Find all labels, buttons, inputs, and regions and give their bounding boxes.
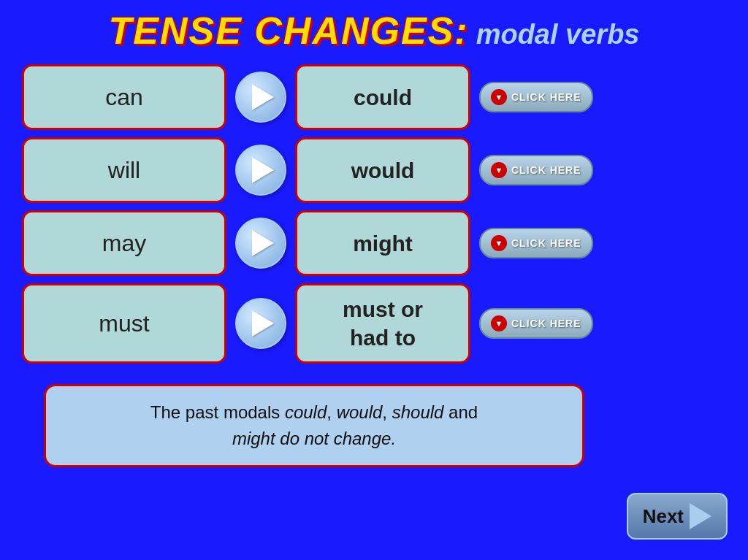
present-box-will: will: [22, 137, 226, 203]
row-can-could: can could CLICK HERE: [22, 64, 748, 130]
title-bar: TENSE CHANGES:modal verbs: [0, 0, 748, 58]
past-label-must-hadto: must orhad to: [343, 295, 423, 352]
arrow-icon-3: [252, 230, 274, 256]
arrow-circle-4: [235, 298, 286, 349]
title-tense: TENSE CHANGES:: [108, 9, 468, 52]
present-label-must: must: [99, 310, 149, 337]
past-label-might: might: [353, 229, 413, 258]
next-button[interactable]: Next: [627, 493, 728, 540]
past-label-could: could: [354, 83, 412, 112]
info-line2: might do not change.: [232, 429, 396, 448]
click-icon-3: [491, 235, 507, 251]
past-label-would: would: [351, 156, 415, 185]
click-label-1: CLICK HERE: [511, 91, 581, 103]
click-here-button-4[interactable]: CLICK HERE: [479, 308, 593, 339]
past-box-would: would: [295, 137, 470, 203]
next-arrow-icon: [690, 503, 711, 529]
rows-container: can could CLICK HERE will would CLICK HE…: [0, 64, 748, 364]
row-must-hadto: must must orhad to CLICK HERE: [22, 283, 748, 364]
click-here-button-1[interactable]: CLICK HERE: [479, 82, 593, 112]
present-box-can: can: [22, 64, 226, 130]
present-box-must: must: [22, 283, 226, 364]
click-icon-4: [491, 315, 507, 331]
arrow-circle-3: [235, 218, 286, 269]
present-label-may: may: [102, 230, 146, 257]
present-box-may: may: [22, 210, 226, 276]
click-label-3: CLICK HERE: [511, 237, 581, 249]
arrow-circle-1: [235, 72, 286, 123]
arrow-circle-2: [235, 145, 286, 196]
next-label: Next: [643, 505, 684, 528]
row-may-might: may might CLICK HERE: [22, 210, 748, 276]
row-will-would: will would CLICK HERE: [22, 137, 748, 203]
arrow-icon-1: [252, 84, 274, 110]
present-label-will: will: [108, 157, 140, 184]
past-box-must-hadto: must orhad to: [295, 283, 470, 364]
past-box-might: might: [295, 210, 470, 276]
present-label-can: can: [105, 84, 143, 111]
arrow-icon-2: [252, 157, 274, 183]
click-icon-1: [491, 89, 507, 105]
info-box: The past modals could, would, should and…: [44, 384, 584, 467]
info-line1: The past modals could, would, should and: [150, 402, 478, 422]
arrow-icon-4: [252, 310, 274, 337]
past-box-could: could: [295, 64, 470, 130]
click-here-button-2[interactable]: CLICK HERE: [479, 155, 593, 185]
click-label-4: CLICK HERE: [511, 318, 581, 329]
click-here-button-3[interactable]: CLICK HERE: [479, 228, 593, 258]
click-label-2: CLICK HERE: [511, 164, 581, 176]
title-modal: modal verbs: [476, 19, 640, 50]
bottom-row: The past modals could, would, should and…: [22, 374, 726, 467]
click-icon-2: [491, 162, 507, 178]
